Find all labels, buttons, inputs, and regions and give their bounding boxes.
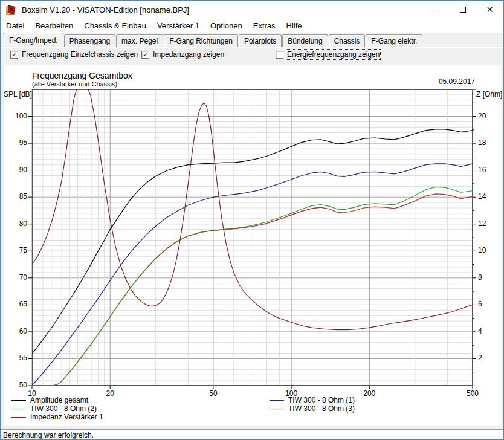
checkbox-label[interactable]: Frequenzgang Einzelchassis zeigen bbox=[22, 50, 138, 59]
menu-item-extras[interactable]: Extras bbox=[248, 19, 281, 32]
checkbox-energiefrequenzgang-zeigen[interactable]: Energiefrequenzgang zeigen bbox=[276, 50, 380, 59]
close-button[interactable]: ✕ bbox=[476, 1, 503, 19]
tab-polarplots[interactable]: Polarplots bbox=[239, 34, 282, 47]
app-window: Boxsim V1.20 - VISATON-Edition [noname.B… bbox=[0, 0, 504, 440]
maximize-icon bbox=[460, 7, 466, 13]
tab-f-gang-imped-[interactable]: F-Gang/Imped. bbox=[4, 33, 63, 47]
tab-f-gang-elektr-[interactable]: F-Gang elektr. bbox=[366, 34, 422, 47]
checkbox-row: ✓Frequenzgang Einzelchassis zeigen✓Imped… bbox=[1, 50, 503, 63]
tab-b-ndelung[interactable]: Bündelung bbox=[282, 34, 328, 47]
minimize-button[interactable] bbox=[422, 1, 449, 19]
checkbox-checked-icon[interactable]: ✓ bbox=[10, 51, 18, 59]
checkbox-checked-icon[interactable]: ✓ bbox=[141, 51, 149, 59]
caption-buttons: ✕ bbox=[422, 1, 503, 19]
status-bar: Berechnung war erfolgreich. bbox=[1, 429, 503, 440]
checkbox-frequenzgang-einzelchassis-zeigen[interactable]: ✓Frequenzgang Einzelchassis zeigen bbox=[10, 50, 138, 59]
status-text: Berechnung war erfolgreich. bbox=[3, 431, 94, 439]
checkbox-unchecked-icon[interactable] bbox=[276, 51, 283, 59]
menu-item-bearbeiten[interactable]: Bearbeiten bbox=[30, 19, 79, 32]
tab-max-pegel[interactable]: max. Pegel bbox=[116, 34, 163, 47]
tab-chassis[interactable]: Chassis bbox=[329, 34, 366, 47]
title-bar: Boxsim V1.20 - VISATON-Edition [noname.B… bbox=[1, 1, 503, 19]
menu-item-verst-rker-1[interactable]: Verstärker 1 bbox=[152, 19, 205, 32]
window-title: Boxsim V1.20 - VISATON-Edition [noname.B… bbox=[22, 5, 189, 15]
tab-bar: F-Gang/Imped.Phasengangmax. PegelF-Gang … bbox=[1, 33, 503, 47]
minimize-icon bbox=[432, 10, 439, 10]
menu-item-optionen[interactable]: Optionen bbox=[205, 19, 248, 32]
maximize-button[interactable] bbox=[449, 1, 476, 19]
checkbox-label[interactable]: Impedanzgang zeigen bbox=[153, 50, 224, 59]
chart-area bbox=[4, 65, 501, 426]
menu-item-hilfe[interactable]: Hilfe bbox=[281, 19, 308, 32]
menu-bar: DateiBearbeitenChassis & EinbauVerstärke… bbox=[1, 19, 503, 33]
app-icon bbox=[6, 5, 16, 15]
checkbox-label[interactable]: Energiefrequenzgang zeigen bbox=[287, 50, 380, 59]
tab-f-gang-richtungen[interactable]: F-Gang Richtungen bbox=[164, 34, 238, 47]
menu-item-datei[interactable]: Datei bbox=[1, 19, 30, 32]
close-icon: ✕ bbox=[486, 5, 494, 14]
tab-phasengang[interactable]: Phasengang bbox=[64, 34, 115, 47]
menu-item-chassis-einbau[interactable]: Chassis & Einbau bbox=[79, 19, 152, 32]
checkbox-impedanzgang-zeigen[interactable]: ✓Impedanzgang zeigen bbox=[141, 50, 224, 59]
